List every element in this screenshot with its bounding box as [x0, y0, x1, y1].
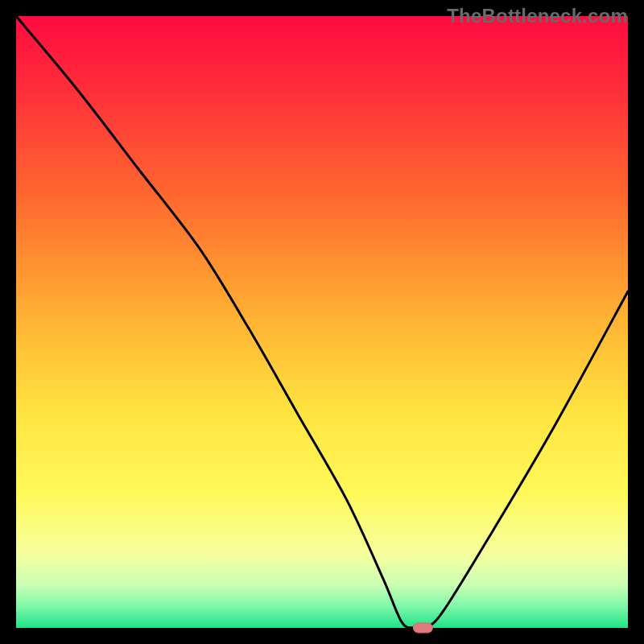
bottleneck-chart: TheBottleneck.com	[0, 0, 644, 644]
chart-svg	[0, 0, 644, 644]
watermark-text: TheBottleneck.com	[447, 5, 628, 27]
optimal-marker	[413, 623, 432, 633]
plot-background	[16, 16, 628, 628]
